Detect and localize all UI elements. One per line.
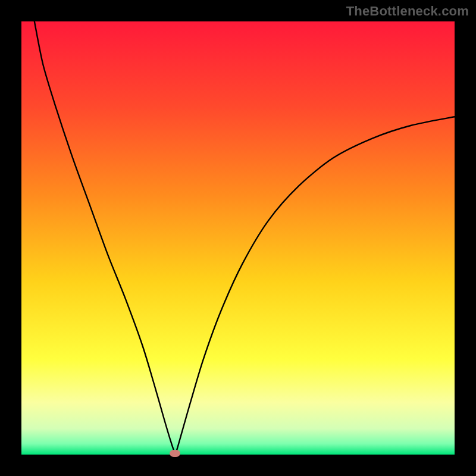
- chart-frame: TheBottleneck.com: [0, 0, 476, 476]
- bottleneck-curve: [21, 21, 455, 455]
- plot-area: [21, 21, 455, 455]
- min-marker: [170, 450, 180, 457]
- watermark-text: TheBottleneck.com: [346, 4, 469, 19]
